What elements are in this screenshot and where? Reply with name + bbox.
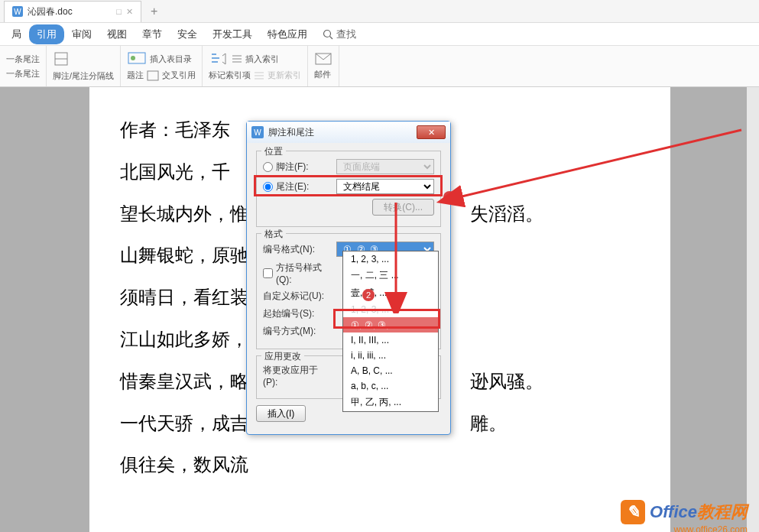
dd-option[interactable]: I, II, III, ...: [343, 332, 438, 348]
position-legend: 位置: [261, 145, 286, 158]
numfmt-dropdown-list[interactable]: 1, 2, 3, ... 一, 二, 三 ... 壹, 贰, ... 1, 2,…: [342, 251, 439, 412]
doc-line: 俱往矣，数风流: [120, 445, 670, 485]
menu-view[interactable]: 视图: [99, 24, 135, 44]
document-filename: 沁园春.doc: [28, 5, 73, 18]
ribbon-group-endnote: 一条尾注 一条尾注: [0, 46, 47, 86]
watermark-icon: ✎: [621, 500, 645, 524]
method-label: 编号方式(M):: [263, 325, 332, 338]
menu-references[interactable]: 引用: [29, 24, 64, 44]
tab-close-icon[interactable]: ✕: [126, 7, 133, 17]
ribbon-update-index: 更新索引: [268, 70, 301, 81]
search-icon: [323, 29, 333, 40]
watermark-text2: 教程网: [697, 501, 748, 524]
insert-button[interactable]: 插入(I): [256, 405, 306, 422]
ribbon-caption-label[interactable]: 题注: [127, 70, 144, 81]
new-tab-button[interactable]: +: [141, 5, 167, 18]
document-tab[interactable]: W 沁园春.doc □ ✕: [4, 1, 141, 22]
watermark-url: www.office26.com: [674, 524, 748, 532]
dd-option[interactable]: 壹, 贰, ...: [343, 284, 438, 302]
dialog-title-text: 脚注和尾注: [268, 126, 314, 139]
mail-icon: [314, 52, 332, 66]
dd-option[interactable]: 1, 2, 3, ...: [343, 251, 438, 267]
menu-bar: 局 引用 审阅 视图 章节 安全 开发工具 特色应用 查找: [0, 23, 759, 46]
svg-point-0: [324, 30, 331, 37]
ribbon-group-caption: 插入表目录 题注 交叉引用: [121, 46, 203, 86]
dd-option[interactable]: 甲, 乙, 丙, ...: [343, 394, 438, 411]
ribbon-group-separator: 脚注/尾注分隔线: [47, 46, 121, 86]
search-label: 查找: [336, 28, 356, 41]
caption-icon[interactable]: [127, 51, 147, 66]
dd-option-selected[interactable]: ①, ②, ③, ...: [343, 317, 438, 332]
ribbon-endnote-2[interactable]: 一条尾注: [6, 66, 40, 81]
dd-option[interactable]: a, b, c, ...: [343, 378, 438, 394]
start-label: 起始编号(S):: [263, 307, 332, 320]
dd-option[interactable]: i, ii, iii, ...: [343, 348, 438, 363]
svg-rect-6: [148, 71, 158, 80]
menu-special[interactable]: 特色应用: [260, 24, 315, 44]
mark-index-icon[interactable]: [209, 51, 229, 66]
ribbon-separator-label: 脚注/尾注分隔线: [53, 70, 114, 82]
ribbon-group-index: 插入索引 标记索引项 更新索引: [203, 46, 308, 86]
menu-chapter[interactable]: 章节: [135, 24, 170, 44]
vertical-scrollbar[interactable]: [747, 87, 759, 532]
dd-option[interactable]: 一, 二, 三 ...: [343, 267, 438, 284]
tab-bar: W 沁园春.doc □ ✕ +: [0, 0, 759, 23]
ribbon: 一条尾注 一条尾注 脚注/尾注分隔线 插入表目录 题注 交叉引用 插入索引 标记…: [0, 46, 759, 87]
ribbon-insert-index[interactable]: 插入索引: [245, 54, 279, 65]
dialog-close-button[interactable]: ✕: [417, 125, 446, 139]
numfmt-label: 编号格式(N):: [263, 243, 332, 256]
footnote-radio[interactable]: [263, 162, 273, 172]
svg-line-1: [330, 36, 333, 39]
separator-icon: [53, 50, 70, 67]
endnote-radio-label[interactable]: 尾注(E):: [263, 180, 332, 193]
position-fieldset: 位置 脚注(F): 页面底端 尾注(E): 文档结尾 转换(C)...: [256, 151, 441, 227]
ribbon-mail-label: 邮件: [314, 69, 331, 80]
apply-label: 将更改应用于(P):: [263, 364, 332, 388]
format-legend: 格式: [261, 228, 286, 241]
ribbon-separator[interactable]: [53, 49, 114, 69]
bracket-checkbox[interactable]: [263, 268, 273, 278]
wps-icon: W: [251, 126, 264, 138]
search-button[interactable]: 查找: [315, 28, 364, 41]
tab-controls: □ ✕: [116, 7, 133, 17]
endnote-select[interactable]: 文档结尾: [336, 179, 434, 194]
footnote-radio-label[interactable]: 脚注(F):: [263, 161, 332, 174]
tab-pin-icon[interactable]: □: [116, 7, 122, 17]
ribbon-group-mail: 邮件: [308, 46, 339, 86]
convert-button: 转换(C)...: [372, 199, 434, 216]
apply-legend: 应用更改: [261, 350, 304, 363]
crossref-icon: [147, 70, 159, 81]
menu-review[interactable]: 审阅: [64, 24, 99, 44]
wps-doc-icon: W: [12, 6, 23, 17]
update-index-icon: [254, 71, 264, 80]
svg-point-5: [131, 56, 135, 60]
watermark-text1: Office: [650, 502, 697, 522]
ribbon-crossref[interactable]: 交叉引用: [162, 70, 196, 81]
footnote-select: 页面底端: [336, 159, 434, 174]
menu-layout[interactable]: 局: [4, 24, 29, 44]
insert-index-icon: [232, 54, 242, 63]
menu-security[interactable]: 安全: [170, 24, 205, 44]
ribbon-mark-index[interactable]: 标记索引项: [209, 70, 251, 81]
custom-label: 自定义标记(U):: [263, 290, 332, 303]
ribbon-toc[interactable]: 插入表目录: [150, 54, 192, 65]
ribbon-mail[interactable]: [314, 50, 332, 67]
menu-devtools[interactable]: 开发工具: [205, 24, 260, 44]
dd-option[interactable]: A, B, C, ...: [343, 363, 438, 378]
endnote-radio[interactable]: [263, 182, 273, 192]
bracket-label[interactable]: 方括号样式(Q):: [263, 261, 332, 285]
dd-option-partial[interactable]: 1, 2, 3, ...: [343, 302, 438, 317]
watermark: ✎ Office教程网 www.office26.com: [621, 500, 748, 524]
ribbon-endnote-1[interactable]: 一条尾注: [6, 52, 40, 66]
dialog-titlebar[interactable]: W 脚注和尾注 ✕: [247, 122, 450, 143]
